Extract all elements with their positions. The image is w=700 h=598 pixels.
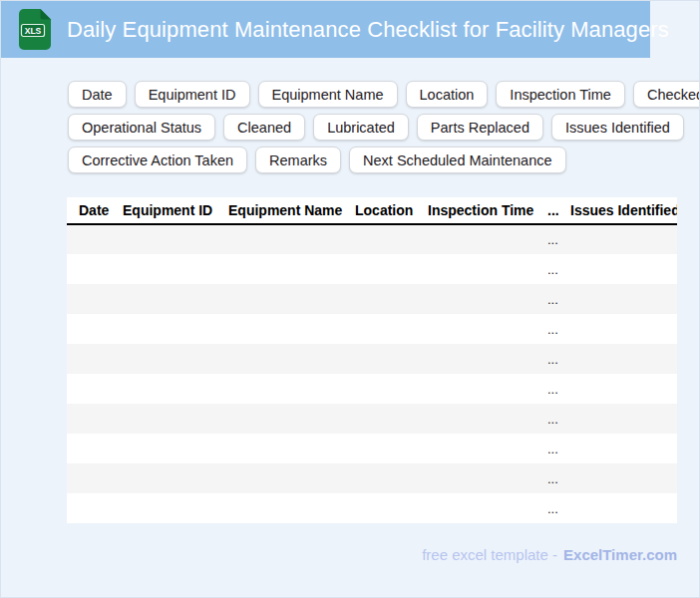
chip-equipment-id[interactable]: Equipment ID bbox=[135, 81, 250, 108]
row-empty-cell bbox=[416, 434, 535, 463]
chip-issues-identified[interactable]: Issues Identified bbox=[551, 114, 684, 141]
chip-location[interactable]: Location bbox=[406, 81, 489, 108]
chip-parts-replaced[interactable]: Parts Replaced bbox=[417, 114, 543, 141]
template-preview-table: Date Equipment ID Equipment Name Locatio… bbox=[67, 197, 677, 523]
svg-text:XLS: XLS bbox=[25, 26, 42, 36]
page-title: Daily Equipment Maintenance Checklist fo… bbox=[67, 17, 669, 43]
row-empty-cell bbox=[111, 224, 216, 254]
chip-cleaned[interactable]: Cleaned bbox=[223, 114, 305, 141]
row-ellipsis-cell: ... bbox=[535, 224, 558, 254]
row-empty-cell bbox=[416, 404, 535, 434]
row-empty-cell bbox=[67, 463, 111, 493]
chip-inspection-time[interactable]: Inspection Time bbox=[496, 81, 625, 108]
table-row: ... bbox=[67, 284, 677, 314]
row-empty-cell bbox=[67, 344, 111, 374]
chip-equipment-name[interactable]: Equipment Name bbox=[258, 81, 398, 108]
col-header-location: Location bbox=[343, 197, 416, 224]
row-empty-cell bbox=[343, 344, 416, 374]
row-empty-cell bbox=[111, 284, 216, 314]
row-empty-cell bbox=[416, 344, 535, 374]
row-empty-cell bbox=[111, 314, 216, 344]
row-empty-cell bbox=[343, 254, 416, 284]
row-empty-cell bbox=[111, 434, 216, 463]
chip-row-3: Corrective Action Taken Remarks Next Sch… bbox=[68, 147, 696, 173]
row-empty-cell bbox=[67, 374, 111, 404]
row-empty-cell bbox=[67, 284, 111, 314]
table-row: ... bbox=[67, 344, 677, 374]
row-ellipsis-cell: ... bbox=[535, 284, 558, 314]
row-empty-cell bbox=[111, 344, 216, 374]
row-empty-cell bbox=[67, 254, 111, 284]
row-empty-cell bbox=[67, 404, 111, 434]
row-empty-cell bbox=[343, 434, 416, 463]
row-empty-cell bbox=[558, 434, 677, 463]
row-empty-cell bbox=[216, 254, 343, 284]
row-empty-cell bbox=[416, 374, 535, 404]
row-empty-cell bbox=[67, 224, 111, 254]
chip-remarks[interactable]: Remarks bbox=[255, 147, 341, 173]
row-ellipsis-cell: ... bbox=[535, 434, 558, 463]
col-header-ellipsis: ... bbox=[535, 197, 558, 224]
row-empty-cell bbox=[216, 284, 343, 314]
chip-row-2: Operational Status Cleaned Lubricated Pa… bbox=[68, 114, 696, 141]
row-empty-cell bbox=[558, 404, 677, 434]
chip-date[interactable]: Date bbox=[68, 81, 127, 108]
chip-checked-by[interactable]: Checked By bbox=[633, 81, 700, 108]
row-ellipsis-cell: ... bbox=[535, 254, 558, 284]
chip-corrective-action-taken[interactable]: Corrective Action Taken bbox=[68, 147, 247, 173]
row-ellipsis-cell: ... bbox=[535, 344, 558, 374]
table-row: ... bbox=[67, 314, 677, 344]
col-header-date: Date bbox=[67, 197, 111, 224]
row-empty-cell bbox=[216, 493, 343, 523]
row-empty-cell bbox=[216, 463, 343, 493]
row-empty-cell bbox=[111, 493, 216, 523]
xls-file-icon: XLS bbox=[19, 9, 52, 50]
row-empty-cell bbox=[416, 224, 535, 254]
table-header-row: Date Equipment ID Equipment Name Locatio… bbox=[67, 197, 677, 224]
row-empty-cell bbox=[558, 284, 677, 314]
row-empty-cell bbox=[111, 374, 216, 404]
row-ellipsis-cell: ... bbox=[535, 404, 558, 434]
row-ellipsis-cell: ... bbox=[535, 314, 558, 344]
footer-credit: free excel template -ExcelTimer.com bbox=[422, 546, 677, 563]
row-empty-cell bbox=[558, 254, 677, 284]
col-header-equipment-name: Equipment Name bbox=[216, 197, 343, 224]
row-empty-cell bbox=[216, 344, 343, 374]
row-empty-cell bbox=[111, 404, 216, 434]
row-empty-cell bbox=[111, 463, 216, 493]
footer-text: free excel template - bbox=[422, 546, 557, 563]
row-ellipsis-cell: ... bbox=[535, 374, 558, 404]
row-empty-cell bbox=[416, 463, 535, 493]
row-empty-cell bbox=[416, 284, 535, 314]
table-row: ... bbox=[67, 493, 677, 523]
row-ellipsis-cell: ... bbox=[535, 493, 558, 523]
row-empty-cell bbox=[216, 374, 343, 404]
row-empty-cell bbox=[558, 493, 677, 523]
row-empty-cell bbox=[343, 224, 416, 254]
chip-operational-status[interactable]: Operational Status bbox=[68, 114, 215, 141]
col-header-equipment-id: Equipment ID bbox=[111, 197, 216, 224]
table-row: ... bbox=[67, 254, 677, 284]
row-empty-cell bbox=[343, 463, 416, 493]
row-empty-cell bbox=[416, 254, 535, 284]
row-empty-cell bbox=[558, 344, 677, 374]
table-row: ... bbox=[67, 434, 677, 463]
col-header-inspection-time: Inspection Time bbox=[416, 197, 535, 224]
chip-lubricated[interactable]: Lubricated bbox=[313, 114, 409, 141]
table-row: ... bbox=[67, 224, 677, 254]
row-empty-cell bbox=[111, 254, 216, 284]
row-empty-cell bbox=[216, 224, 343, 254]
row-empty-cell bbox=[343, 284, 416, 314]
row-empty-cell bbox=[216, 314, 343, 344]
chip-next-scheduled-maintenance[interactable]: Next Scheduled Maintenance bbox=[349, 147, 565, 173]
footer-brand-link[interactable]: ExcelTimer.com bbox=[563, 546, 677, 563]
row-empty-cell bbox=[558, 224, 677, 254]
row-empty-cell bbox=[216, 434, 343, 463]
row-empty-cell bbox=[416, 493, 535, 523]
chip-row-1: Date Equipment ID Equipment Name Locatio… bbox=[68, 81, 696, 108]
row-empty-cell bbox=[558, 463, 677, 493]
row-empty-cell bbox=[67, 314, 111, 344]
row-empty-cell bbox=[216, 404, 343, 434]
header-banner: XLS Daily Equipment Maintenance Checklis… bbox=[1, 1, 650, 58]
col-header-issues-identified: Issues Identified bbox=[558, 197, 677, 224]
